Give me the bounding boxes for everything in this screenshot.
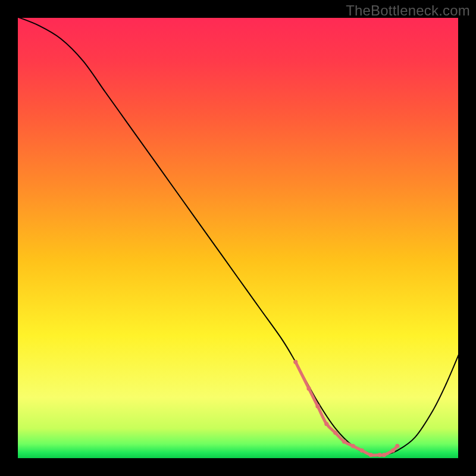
highlight-dot [395,444,399,448]
highlight-dot [377,453,381,457]
chart-container [17,17,459,459]
watermark-text: TheBottleneck.com [346,2,470,19]
highlight-dot [360,449,364,453]
highlight-dot [315,404,320,408]
chart-svg [17,17,459,459]
highlight-dot [306,386,311,390]
highlight-dot [382,453,386,457]
highlight-dot [342,440,346,444]
highlight-dot [391,449,395,453]
highlight-dot [324,422,328,426]
highlight-dot [369,453,373,457]
highlight-dot [333,431,337,435]
highlight-dot [351,444,355,448]
plot-background [17,17,459,459]
highlight-dot [293,360,298,364]
